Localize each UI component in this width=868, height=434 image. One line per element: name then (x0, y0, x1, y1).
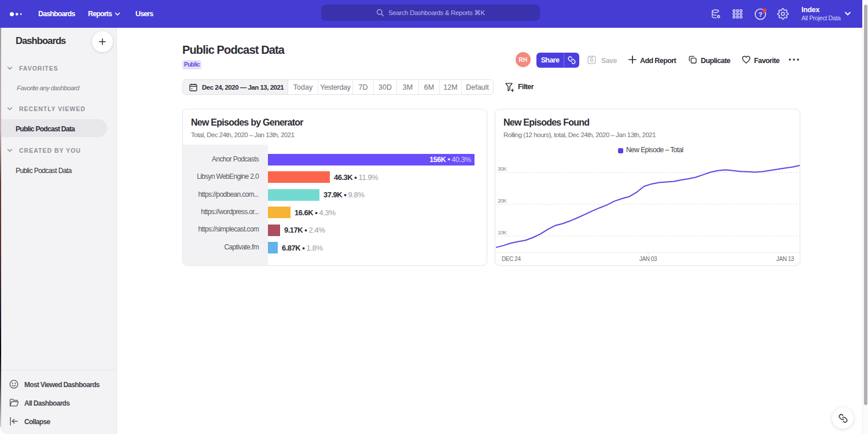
svg-text:JAN 13: JAN 13 (777, 256, 795, 262)
svg-text:30K: 30K (498, 165, 507, 172)
svg-text:20K: 20K (498, 197, 507, 204)
svg-text:JAN 03: JAN 03 (639, 256, 657, 262)
svg-text:10K: 10K (498, 229, 507, 236)
svg-text:?: ? (758, 11, 762, 18)
svg-text:DEC 24: DEC 24 (502, 256, 521, 262)
